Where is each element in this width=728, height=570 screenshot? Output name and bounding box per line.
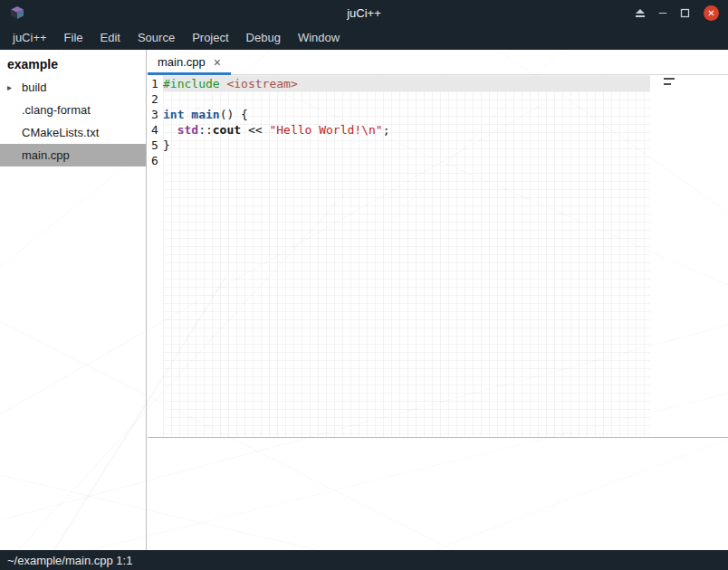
- close-icon[interactable]: ✕: [704, 5, 719, 21]
- editor[interactable]: 123456 #include <iostream> int main() { …: [148, 75, 728, 437]
- file-tree-panel: example ▸build.clang-formatCMakeLists.tx…: [0, 50, 147, 550]
- tree-item-main-cpp[interactable]: main.cpp: [0, 144, 146, 166]
- code-token: cout: [213, 123, 241, 137]
- status-bar: ~/example/main.cpp 1:1: [0, 550, 728, 570]
- code-token: <<: [241, 123, 269, 137]
- menu-item-project[interactable]: Project: [189, 29, 231, 46]
- window-title: juCi++: [0, 6, 728, 20]
- code-line-5[interactable]: }: [163, 138, 650, 153]
- line-number: 2: [151, 91, 163, 107]
- menu-bar: juCi++FileEditSourceProjectDebugWindow: [0, 25, 728, 50]
- tree-item-label: CMakeLists.txt: [22, 126, 99, 139]
- code-token: "Hello World!\n": [269, 123, 382, 137]
- menu-item-file[interactable]: File: [62, 29, 86, 46]
- window-titlebar[interactable]: juCi++ – ✕: [0, 0, 728, 25]
- tab-main-cpp[interactable]: main.cpp×: [148, 50, 231, 74]
- tree-item-label: .clang-format: [22, 103, 91, 117]
- code-line-3[interactable]: int main() {: [163, 107, 650, 122]
- code-line-2[interactable]: [163, 91, 650, 107]
- overview-mark: [664, 83, 671, 85]
- code-token: ;: [383, 123, 390, 137]
- code-line-6[interactable]: [163, 153, 650, 168]
- app-icon: [9, 5, 25, 20]
- code-token: #include: [163, 77, 220, 90]
- tree-item-label: main.cpp: [22, 148, 70, 162]
- code-token: main: [191, 108, 219, 121]
- project-root-label: example: [0, 50, 146, 76]
- line-number: 1: [151, 76, 163, 91]
- code-token: [163, 123, 177, 137]
- file-tree: ▸build.clang-formatCMakeLists.txtmain.cp…: [0, 76, 146, 166]
- tree-item-cmakelists-txt[interactable]: CMakeLists.txt: [0, 121, 146, 144]
- menu-item-window[interactable]: Window: [295, 29, 342, 46]
- tree-item-build[interactable]: ▸build: [0, 76, 146, 99]
- code-token: }: [163, 138, 170, 152]
- window-controls: – ✕: [635, 5, 719, 21]
- overview-mark: [664, 78, 675, 80]
- code-line-4[interactable]: std::cout << "Hello World!\n";: [163, 122, 650, 138]
- menu-item-juci[interactable]: juCi++: [10, 29, 50, 46]
- tree-item-label: build: [22, 81, 46, 94]
- output-panel: [148, 437, 728, 550]
- editor-pane: main.cpp× 123456 #include <iostream> int…: [148, 50, 728, 550]
- code-area[interactable]: #include <iostream> int main() { std::co…: [163, 75, 650, 437]
- code-token: std: [177, 123, 198, 137]
- gutter: 123456: [148, 75, 163, 437]
- code-token: ::: [198, 123, 213, 137]
- line-number: 5: [151, 138, 163, 153]
- expander-icon[interactable]: ▸: [7, 82, 22, 92]
- status-text: ~/example/main.cpp 1:1: [7, 554, 132, 567]
- code-line-1[interactable]: #include <iostream>: [163, 76, 650, 91]
- window-body: example ▸build.clang-formatCMakeLists.tx…: [0, 50, 728, 550]
- line-number: 6: [151, 153, 163, 168]
- line-number: 4: [151, 122, 163, 138]
- scroll-overview[interactable]: [664, 78, 678, 89]
- tab-bar: main.cpp×: [148, 50, 728, 75]
- code-token: () {: [220, 108, 248, 121]
- tree-item-clang-format[interactable]: .clang-format: [0, 99, 146, 121]
- eject-icon[interactable]: [635, 8, 646, 18]
- menu-item-edit[interactable]: Edit: [98, 29, 123, 46]
- code-token: <iostream>: [226, 77, 297, 90]
- restore-icon[interactable]: [680, 8, 690, 18]
- tab-label: main.cpp: [158, 55, 206, 69]
- menu-item-source[interactable]: Source: [135, 29, 177, 46]
- app-window: juCi++ – ✕ juCi++FileEditSourceProjectDe…: [0, 0, 728, 570]
- menu-item-debug[interactable]: Debug: [244, 29, 283, 46]
- tab-close-icon[interactable]: ×: [214, 57, 221, 68]
- minimize-icon[interactable]: –: [659, 7, 666, 16]
- code-token: int: [163, 108, 184, 121]
- line-number: 3: [151, 107, 163, 122]
